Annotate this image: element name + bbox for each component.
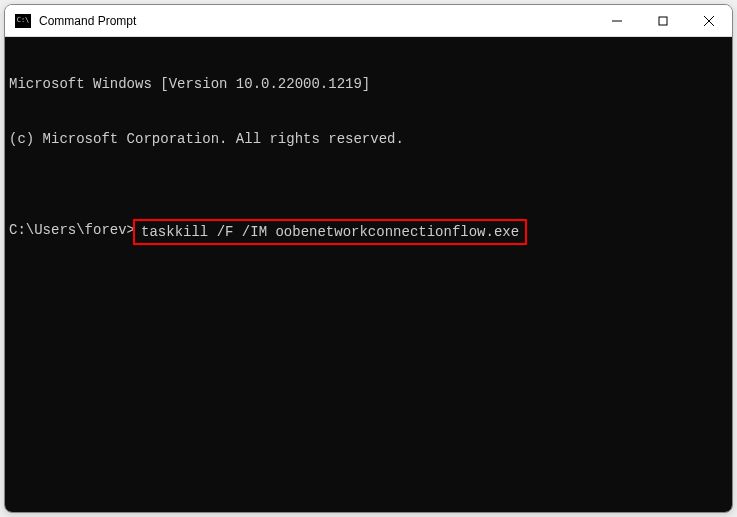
cmd-icon — [15, 14, 31, 28]
window-title: Command Prompt — [39, 14, 594, 28]
terminal-area[interactable]: Microsoft Windows [Version 10.0.22000.12… — [5, 37, 732, 512]
prompt-line: C:\Users\forev>taskkill /F /IM oobenetwo… — [9, 221, 728, 245]
command-prompt-window: Command Prompt Microsoft Windows [Versio — [4, 4, 733, 513]
terminal-line: (c) Microsoft Corporation. All rights re… — [9, 130, 728, 148]
close-icon — [704, 16, 714, 26]
window-controls — [594, 5, 732, 36]
maximize-button[interactable] — [640, 5, 686, 37]
prompt-text: C:\Users\forev> — [9, 221, 135, 239]
terminal-line: Microsoft Windows [Version 10.0.22000.12… — [9, 75, 728, 93]
svg-rect-1 — [659, 17, 667, 25]
minimize-button[interactable] — [594, 5, 640, 37]
close-button[interactable] — [686, 5, 732, 37]
minimize-icon — [612, 16, 622, 26]
titlebar[interactable]: Command Prompt — [5, 5, 732, 37]
command-highlight-box: taskkill /F /IM oobenetworkconnectionflo… — [133, 219, 527, 245]
command-text: taskkill /F /IM oobenetworkconnectionflo… — [141, 224, 519, 240]
maximize-icon — [658, 16, 668, 26]
